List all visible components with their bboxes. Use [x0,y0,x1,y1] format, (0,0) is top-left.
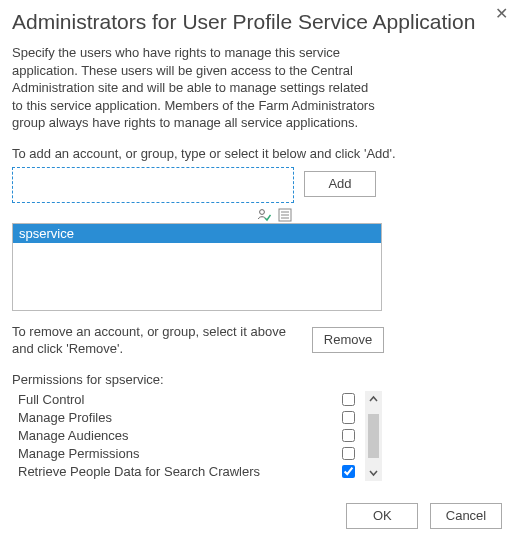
permissions-scrollbar[interactable] [365,391,382,481]
cancel-button[interactable]: Cancel [430,503,502,529]
close-icon[interactable]: ✕ [495,6,508,22]
permission-checkbox[interactable] [342,465,355,478]
permission-checkbox[interactable] [342,411,355,424]
ok-button[interactable]: OK [346,503,418,529]
permission-name: Manage Permissions [12,446,342,461]
permission-checkbox[interactable] [342,429,355,442]
scroll-down-icon[interactable] [365,464,382,481]
scroll-thumb[interactable] [368,414,379,458]
permission-row: Manage Permissions [12,445,361,463]
scroll-track[interactable] [365,408,382,464]
add-button[interactable]: Add [304,171,376,197]
permission-row: Manage Profiles [12,409,361,427]
permissions-label: Permissions for spservice: [12,372,510,387]
browse-icon[interactable] [275,208,292,223]
permission-name: Manage Audiences [12,428,342,443]
description-text: Specify the users who have rights to man… [12,44,382,132]
permission-row: Manage Audiences [12,427,361,445]
scroll-up-icon[interactable] [365,391,382,408]
permissions-list: Full ControlManage ProfilesManage Audien… [12,391,361,481]
permission-row: Retrieve People Data for Search Crawlers [12,463,361,481]
permission-checkbox[interactable] [342,447,355,460]
dialog-title: Administrators for User Profile Service … [12,10,510,34]
permission-name: Retrieve People Data for Search Crawlers [12,464,342,479]
permission-checkbox[interactable] [342,393,355,406]
accounts-listbox[interactable]: spservice [12,223,382,311]
remove-button[interactable]: Remove [312,327,384,353]
permission-row: Full Control [12,391,361,409]
account-input[interactable] [12,167,294,203]
permission-name: Full Control [12,392,342,407]
permission-name: Manage Profiles [12,410,342,425]
svg-point-0 [260,209,265,214]
list-item[interactable]: spservice [13,224,381,243]
remove-instruction: To remove an account, or group, select i… [12,323,302,358]
check-names-icon[interactable] [254,208,275,223]
add-instruction: To add an account, or group, type or sel… [12,146,510,161]
